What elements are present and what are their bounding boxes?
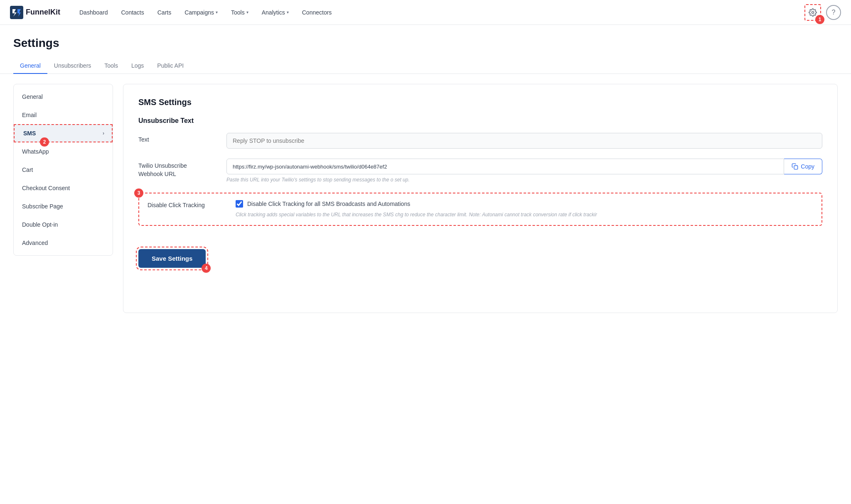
- webhook-value: Copy Paste this URL into your Twilio's s…: [226, 159, 822, 183]
- sidebar-item-subscribe-page[interactable]: Subscribe Page: [14, 197, 113, 215]
- text-label: Text: [138, 133, 213, 143]
- tab-logs[interactable]: Logs: [125, 58, 150, 74]
- nav-campaigns[interactable]: Campaigns ▾: [179, 6, 224, 19]
- copy-button[interactable]: Copy: [784, 159, 822, 174]
- settings-icon-button[interactable]: 1: [804, 4, 821, 21]
- disable-tracking-row: 3 Disable Click Tracking Disable Click T…: [138, 193, 822, 236]
- sidebar-item-double-opt-in[interactable]: Double Opt-in: [14, 215, 113, 234]
- webhook-label: Twilio Unsubscribe Webhook URL: [138, 159, 213, 178]
- text-field-value: [226, 133, 822, 149]
- tab-tools[interactable]: Tools: [98, 58, 125, 74]
- logo-icon: [10, 6, 23, 19]
- nav-tools[interactable]: Tools ▾: [225, 6, 254, 19]
- webhook-hint: Paste this URL into your Twilio's settin…: [226, 177, 822, 183]
- navbar: FunnelKit Dashboard Contacts Carts Campa…: [0, 0, 851, 25]
- disable-tracking-label: Disable Click Tracking: [148, 200, 222, 208]
- section-title: SMS Settings: [138, 98, 822, 107]
- sidebar-item-general[interactable]: General: [14, 88, 113, 106]
- subsection-title: Unsubscribe Text: [138, 117, 822, 125]
- main-panel: SMS Settings Unsubscribe Text Text Twili…: [123, 84, 838, 313]
- sms-chevron-icon: ›: [103, 130, 104, 136]
- nav-contacts[interactable]: Contacts: [116, 6, 150, 19]
- logo[interactable]: FunnelKit: [10, 6, 60, 19]
- unsubscribe-text-input[interactable]: [226, 133, 822, 149]
- campaigns-chevron-icon: ▾: [216, 10, 218, 15]
- help-icon-button[interactable]: ?: [826, 5, 841, 20]
- badge-1: 1: [815, 15, 824, 24]
- badge-4: 4: [202, 264, 211, 273]
- gear-icon: [809, 8, 817, 17]
- save-settings-wrapper: Save Settings 4: [138, 249, 206, 268]
- content-area: General Email SMS › 2 WhatsApp Cart Chec…: [0, 74, 851, 323]
- text-field-row: Text: [138, 133, 822, 149]
- sidebar-item-sms[interactable]: SMS › 2: [14, 124, 113, 142]
- badge-2: 2: [40, 137, 49, 147]
- nav-right: 1 ?: [804, 4, 841, 21]
- nav-analytics[interactable]: Analytics ▾: [256, 6, 295, 19]
- nav-connectors[interactable]: Connectors: [296, 6, 338, 19]
- save-settings-button[interactable]: Save Settings: [138, 249, 206, 268]
- tab-general[interactable]: General: [13, 58, 47, 74]
- webhook-url-input[interactable]: [226, 159, 784, 174]
- settings-tabs: General Unsubscribers Tools Logs Public …: [0, 58, 851, 74]
- settings-sidebar: General Email SMS › 2 WhatsApp Cart Chec…: [13, 84, 113, 256]
- copy-icon: [792, 163, 798, 170]
- sidebar-item-email[interactable]: Email: [14, 106, 113, 124]
- page-title: Settings: [13, 37, 838, 50]
- nav-carts[interactable]: Carts: [152, 6, 177, 19]
- tab-unsubscribers[interactable]: Unsubscribers: [47, 58, 98, 74]
- webhook-url-row: Twilio Unsubscribe Webhook URL Copy Past…: [138, 159, 822, 183]
- sidebar-item-advanced[interactable]: Advanced: [14, 234, 113, 252]
- sidebar-item-checkout-consent[interactable]: Checkout Consent: [14, 179, 113, 197]
- disable-tracking-checkbox-label: Disable Click Tracking for all SMS Broad…: [247, 201, 410, 207]
- disable-tracking-hint: Click tracking adds special variables to…: [236, 211, 813, 218]
- tools-chevron-icon: ▾: [246, 10, 248, 15]
- sidebar-item-cart[interactable]: Cart: [14, 161, 113, 179]
- disable-tracking-checkbox[interactable]: [236, 200, 243, 208]
- disable-tracking-checkbox-row: Disable Click Tracking for all SMS Broad…: [236, 200, 813, 208]
- analytics-chevron-icon: ▾: [287, 10, 289, 15]
- nav-items: Dashboard Contacts Carts Campaigns ▾ Too…: [74, 6, 804, 19]
- nav-dashboard[interactable]: Dashboard: [74, 6, 114, 19]
- badge-3: 3: [134, 188, 143, 198]
- webhook-url-row-inner: Copy: [226, 159, 822, 174]
- disable-tracking-content: Disable Click Tracking for all SMS Broad…: [236, 200, 813, 218]
- tab-public-api[interactable]: Public API: [150, 58, 190, 74]
- brand-name: FunnelKit: [26, 8, 60, 17]
- sidebar-item-whatsapp[interactable]: WhatsApp: [14, 142, 113, 161]
- page-header: Settings: [0, 25, 851, 50]
- svg-point-1: [812, 11, 814, 13]
- svg-rect-2: [794, 166, 798, 169]
